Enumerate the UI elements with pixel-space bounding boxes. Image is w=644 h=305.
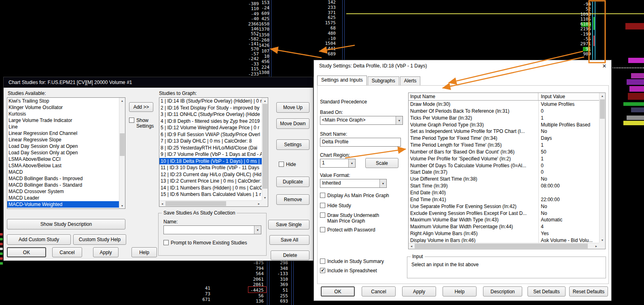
chevron-down-icon[interactable] xyxy=(254,226,261,234)
table-row[interactable]: Volume Graph Period Type (In:33)Multiple… xyxy=(409,122,599,128)
list-item[interactable]: Kurtosis xyxy=(7,111,119,117)
chevron-down-icon[interactable] xyxy=(379,179,386,187)
table-row[interactable]: Volume Per Profile for 'Specified Volume… xyxy=(409,156,599,162)
scroll-thumb[interactable] xyxy=(165,201,226,206)
chart-studies-titlebar[interactable]: Chart Studies for: F.US.EPM21 [CV][M] 20… xyxy=(4,77,313,88)
list-item[interactable]: 1 | ID:14 IB (Study/Price Overlay) (Hidd… xyxy=(159,98,262,105)
save-all-button[interactable]: Save All xyxy=(269,235,309,245)
horizontal-scrollbar[interactable] xyxy=(409,243,599,249)
ok-button[interactable]: OK xyxy=(321,286,355,297)
scroll-up-icon[interactable] xyxy=(262,98,268,103)
list-item[interactable]: Klinger Volume Oscillator xyxy=(7,104,119,111)
table-row[interactable]: Exclude Evening Session Profiles Except … xyxy=(409,210,599,217)
display-as-main-price-graph-checkbox[interactable]: Display As Main Price Graph xyxy=(320,193,409,198)
studies-available-list[interactable]: Kiwi's Trailing StopKlinger Volume Oscil… xyxy=(7,97,125,209)
scroll-right-icon[interactable] xyxy=(256,201,262,206)
include-in-spreadsheet-checkbox[interactable]: Include in Spreadsheet xyxy=(320,268,409,273)
table-row[interactable]: Number Of Days To Calculate Volume Profi… xyxy=(409,162,599,169)
set-defaults-button[interactable]: Set Defaults xyxy=(527,286,566,297)
table-row[interactable]: Time Period Length for 'Fixed Time' (In:… xyxy=(409,142,599,149)
list-item[interactable]: 15 | ID:6 Numbers Bars Calculated Values… xyxy=(159,191,262,198)
table-row[interactable]: Start Date (In:37)0 xyxy=(409,169,599,176)
cancel-button[interactable]: Cancel xyxy=(362,286,396,297)
list-item[interactable]: 6 | ID:9 Full Session VWAP (Study/Price … xyxy=(159,131,262,138)
list-item[interactable]: 5 | ID:12 Volume Weighted Average Price … xyxy=(159,124,262,131)
vertical-scrollbar[interactable] xyxy=(262,98,268,200)
delete-button[interactable]: Delete xyxy=(271,250,309,260)
list-item[interactable]: MACD xyxy=(7,169,119,175)
scroll-right-icon[interactable] xyxy=(593,243,599,249)
move-up-button[interactable]: Move Up xyxy=(276,102,309,113)
move-down-button[interactable]: Move Down xyxy=(276,118,309,129)
list-item[interactable]: 13 | ID:2 Current Price Line | 0 ms | Ca… xyxy=(159,178,262,185)
hide-checkbox[interactable]: Hide xyxy=(279,162,303,167)
table-row[interactable]: Display Volume in Bars (In:46)Ask Volume… xyxy=(409,237,599,243)
chart-region-select[interactable]: 1 xyxy=(320,159,356,168)
list-item[interactable]: Large Volume Trade Indicator xyxy=(7,117,119,124)
scale-button[interactable]: Scale xyxy=(365,158,398,168)
list-item[interactable]: MACD-Volume Weighted xyxy=(7,201,119,208)
scroll-left-icon[interactable] xyxy=(409,243,414,249)
value-format-select[interactable]: Inherited xyxy=(320,179,387,188)
list-item[interactable]: 11 | ID:3 10 Days Delta Profile (VbP - 1… xyxy=(159,164,262,171)
horizontal-scrollbar[interactable] xyxy=(159,200,262,206)
table-row[interactable]: Number Of Periods Back To Reference (In:… xyxy=(409,108,599,115)
scroll-thumb[interactable] xyxy=(415,244,588,248)
chevron-down-icon[interactable] xyxy=(396,116,402,124)
scroll-thumb[interactable] xyxy=(263,104,267,189)
list-item[interactable]: Linear Regression End Channel xyxy=(7,130,119,137)
list-item[interactable]: 2 | ID:16 Text Display For Study - impro… xyxy=(159,105,262,111)
apply-button[interactable]: Apply xyxy=(402,286,436,297)
inputs-table[interactable]: Input Name Input Value Draw Mode (In:30)… xyxy=(408,93,606,249)
ok-button[interactable]: OK xyxy=(7,247,46,257)
add-studies-button[interactable]: Add >> xyxy=(129,102,153,112)
apply-button[interactable]: Apply xyxy=(93,247,119,257)
scroll-thumb[interactable] xyxy=(120,133,125,156)
list-item[interactable]: Market Depth Historical Graph xyxy=(7,208,119,209)
list-item[interactable]: MACD Crossover System xyxy=(7,188,119,195)
list-item[interactable]: 3 | ID:11 ONHLC (Study/Price Overlay) (H… xyxy=(159,111,262,118)
help-button[interactable]: Help xyxy=(443,286,477,297)
table-row[interactable]: Ticks Per Volume Bar (In:32)1 xyxy=(409,115,599,122)
list-item[interactable]: 7 | ID:13 Daily OHLC | 0 ms | CalcOrder:… xyxy=(159,138,262,145)
chevron-down-icon[interactable] xyxy=(348,159,355,167)
table-row[interactable]: Number of Bars for 'Based On Bar Count' … xyxy=(409,149,599,156)
tab-alerts[interactable]: Alerts xyxy=(400,76,421,85)
close-icon[interactable] xyxy=(601,63,608,69)
based-on-select[interactable]: <Main Price Graph> xyxy=(320,116,403,125)
description-button[interactable]: Description xyxy=(483,286,522,297)
hide-study-checkbox[interactable]: Hide Study xyxy=(320,203,381,208)
scroll-down-icon[interactable] xyxy=(600,237,605,243)
table-row[interactable]: Maximum Volume Bar Width Percentage (In:… xyxy=(409,223,599,230)
include-in-study-summary-checkbox[interactable]: Include in Study Summary xyxy=(320,259,409,264)
scroll-up-icon[interactable] xyxy=(600,93,605,99)
scroll-up-icon[interactable] xyxy=(119,98,125,103)
list-item[interactable]: MACD Bollinger Bands - Standard xyxy=(7,182,119,188)
add-custom-study-button[interactable]: Add Custom Study xyxy=(7,234,71,245)
draw-study-underneath-checkbox[interactable]: Draw Study Underneath Main Price Graph xyxy=(320,212,390,224)
save-single-button[interactable]: Save Single xyxy=(268,220,309,229)
table-row[interactable]: Start Time (In:39)08:00:00 xyxy=(409,183,599,189)
prompt-remove-checkbox[interactable]: Prompt to Remove Existing Studies xyxy=(163,240,265,246)
tab-settings-and-inputs[interactable]: Settings and Inputs xyxy=(317,76,367,85)
list-item[interactable]: Linear Regressive Slope xyxy=(7,137,119,143)
list-item[interactable]: 8 | ID:25 YesterdayRTH Hi/Lo/Mid/Close (… xyxy=(159,145,262,151)
reset-defaults-button[interactable]: Reset Defaults xyxy=(569,286,608,297)
list-item[interactable]: Line xyxy=(7,124,119,130)
list-item[interactable]: Load Day Session Only at Open xyxy=(7,149,119,156)
scroll-down-icon[interactable] xyxy=(262,195,268,200)
studies-to-graph-list[interactable]: 1 | ID:14 IB (Study/Price Overlay) (Hidd… xyxy=(159,97,268,207)
table-row[interactable]: End Date (In:40) xyxy=(409,189,599,196)
settings-button[interactable]: Settings xyxy=(276,139,309,150)
custom-study-help-button[interactable]: Custom Study Help xyxy=(73,234,126,245)
short-name-field[interactable]: Delta Profile xyxy=(320,138,401,147)
table-row[interactable]: Use Different Start Time (In:38)No xyxy=(409,176,599,183)
table-row[interactable]: Draw Mode (In:30)Volume Profiles xyxy=(409,101,599,108)
list-item[interactable]: Kiwi's Trailing Stop xyxy=(7,98,119,104)
list-item[interactable]: LSMA Above/Below CCI xyxy=(7,156,119,162)
table-row[interactable]: Maximum Volume Bar Width Type (In:43)Aut… xyxy=(409,217,599,223)
show-study-description-button[interactable]: Show Study Description xyxy=(7,219,125,229)
remove-button[interactable]: Remove xyxy=(276,194,309,205)
help-button[interactable]: Help xyxy=(131,247,157,257)
table-row[interactable]: Use Separate Profile For Evening Session… xyxy=(409,203,599,210)
